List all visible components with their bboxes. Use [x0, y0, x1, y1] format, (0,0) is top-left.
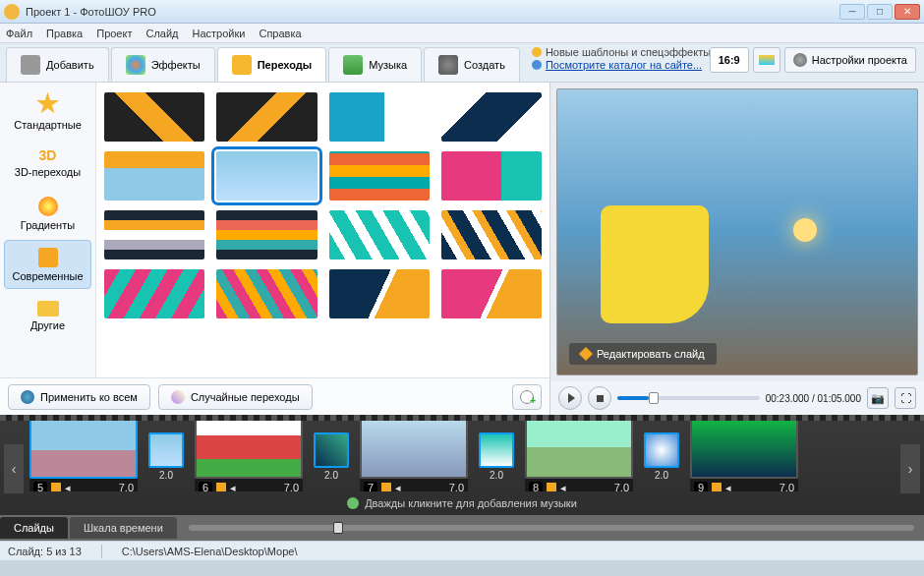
menu-settings[interactable]: Настройки [193, 28, 246, 39]
star-icon [532, 47, 542, 57]
view-tabs: Слайды Шкала времени [0, 515, 924, 541]
random-button[interactable]: Случайные переходы [158, 384, 313, 410]
project-settings-label: Настройки проекта [812, 54, 907, 66]
slide-duration: 7.0 [449, 482, 464, 491]
main-area: Стандартные 3D3D-переходы Градиенты Совр… [0, 83, 924, 415]
transition-thumb[interactable] [329, 92, 430, 142]
transition-thumb[interactable] [104, 92, 204, 142]
view-slides-tab[interactable]: Слайды [0, 517, 68, 539]
menu-edit[interactable]: Правка [46, 28, 83, 39]
transition-thumb[interactable] [216, 210, 317, 259]
slide-item[interactable]: 7◂7.0 [360, 421, 468, 491]
apply-all-button[interactable]: Применить ко всем [8, 384, 150, 410]
gallery-toolbar: Применить ко всем Случайные переходы [0, 377, 549, 415]
maximize-button[interactable]: □ [867, 4, 893, 20]
preview-image[interactable]: Редактировать слайд [556, 88, 918, 375]
pencil-icon[interactable] [547, 483, 556, 491]
music-icon [343, 55, 363, 75]
gradient-icon [38, 197, 58, 216]
category-modern[interactable]: Современные [4, 240, 91, 289]
slide-item[interactable]: 6◂7.0 [195, 421, 303, 491]
category-label: 3D-переходы [15, 166, 81, 178]
slide-duration: 7.0 [119, 482, 134, 491]
slide-number: 6 [199, 482, 212, 491]
transition-thumb[interactable] [441, 210, 542, 259]
tab-create[interactable]: Создать [424, 47, 520, 82]
menu-help[interactable]: Справка [259, 28, 301, 39]
refresh-icon [347, 497, 359, 509]
category-label: Другие [30, 319, 65, 331]
pencil-icon[interactable] [216, 483, 226, 491]
category-other[interactable]: Другие [4, 291, 91, 340]
globe-icon [532, 60, 542, 70]
theme-icon [759, 55, 775, 65]
pencil-icon[interactable] [381, 483, 391, 491]
tab-add[interactable]: Добавить [6, 47, 109, 82]
category-standard[interactable]: Стандартные [4, 86, 91, 136]
slide-number: 8 [529, 482, 543, 491]
pencil-icon[interactable] [712, 483, 722, 491]
transition-thumb[interactable] [441, 92, 542, 142]
theme-button[interactable] [753, 47, 780, 73]
stop-button[interactable] [588, 386, 611, 410]
folder-icon [37, 301, 59, 317]
transition-item[interactable]: 2.0 [478, 432, 515, 481]
transition-thumb-selected[interactable] [216, 151, 317, 201]
apply-icon [21, 390, 34, 404]
timeline-prev[interactable]: ‹ [4, 444, 24, 493]
music-track[interactable]: Дважды кликните для добавления музыки [0, 491, 924, 515]
tab-music[interactable]: Музыка [328, 47, 422, 82]
project-settings-button[interactable]: Настройки проекта [784, 47, 916, 73]
tab-effects[interactable]: Эффекты [111, 47, 215, 82]
minimize-button[interactable]: ─ [839, 4, 865, 20]
transition-thumb[interactable] [104, 269, 204, 318]
transition-thumb[interactable] [216, 92, 317, 142]
slide-item[interactable]: 8◂7.0 [525, 421, 633, 491]
category-label: Стандартные [14, 119, 82, 131]
transition-thumb[interactable] [216, 269, 317, 318]
zoom-slider[interactable] [189, 525, 914, 531]
preview-panel: Редактировать слайд 00:23.000 / 01:05.00… [550, 83, 924, 415]
aspect-ratio-button[interactable]: 16:9 [710, 47, 749, 73]
edit-slide-button[interactable]: Редактировать слайд [569, 343, 717, 365]
menu-slide[interactable]: Слайд [145, 28, 178, 39]
gear-icon [438, 55, 458, 75]
star-icon [232, 55, 252, 75]
main-tabs: Добавить Эффекты Переходы Музыка Создать [0, 43, 526, 82]
transition-thumb[interactable] [104, 210, 204, 259]
seek-slider[interactable] [617, 396, 760, 400]
snapshot-button[interactable]: 📷 [867, 387, 889, 409]
transition-item[interactable]: 2.0 [313, 432, 350, 481]
transition-thumb[interactable] [441, 269, 542, 318]
tab-transitions-label: Переходы [258, 59, 313, 71]
transition-thumb[interactable] [329, 269, 430, 318]
slide-item[interactable]: 5◂7.0 [29, 421, 138, 491]
menu-project[interactable]: Проект [96, 28, 132, 39]
category-gradients[interactable]: Градиенты [4, 189, 91, 238]
slide-item[interactable]: 9◂7.0 [690, 421, 798, 491]
tab-transitions[interactable]: Переходы [217, 47, 327, 82]
category-3d[interactable]: 3D3D-переходы [4, 138, 91, 187]
close-button[interactable]: ✕ [895, 4, 920, 20]
transition-thumb[interactable] [329, 210, 430, 259]
transition-item[interactable]: 2.0 [643, 432, 680, 481]
timeline: ‹ › 5◂7.0 2.0 6◂7.0 2.0 7◂7.0 2.0 8◂7.0 … [0, 415, 924, 541]
transition-thumb[interactable] [441, 151, 542, 201]
category-label: Современные [13, 270, 84, 282]
fullscreen-button[interactable]: ⛶ [895, 387, 916, 409]
left-panel: Стандартные 3D3D-переходы Градиенты Совр… [0, 83, 550, 415]
tab-create-label: Создать [464, 59, 505, 71]
timeline-next[interactable]: › [900, 444, 920, 493]
menu-file[interactable]: Файл [6, 28, 32, 39]
promo-link[interactable]: Посмотрите каталог на сайте... [546, 59, 702, 71]
pencil-icon[interactable] [51, 483, 61, 491]
view-timeline-tab[interactable]: Шкала времени [70, 517, 177, 539]
playback-controls: 00:23.000 / 01:05.000 📷 ⛶ [550, 381, 924, 415]
play-button[interactable] [558, 386, 582, 410]
transition-thumb[interactable] [104, 151, 204, 201]
slides-row: 5◂7.0 2.0 6◂7.0 2.0 7◂7.0 2.0 8◂7.0 2.0 … [0, 421, 924, 491]
add-collection-button[interactable] [512, 384, 542, 410]
slide-number: 5 [33, 482, 47, 491]
transition-item[interactable]: 2.0 [147, 432, 185, 481]
transition-thumb[interactable] [329, 151, 430, 201]
